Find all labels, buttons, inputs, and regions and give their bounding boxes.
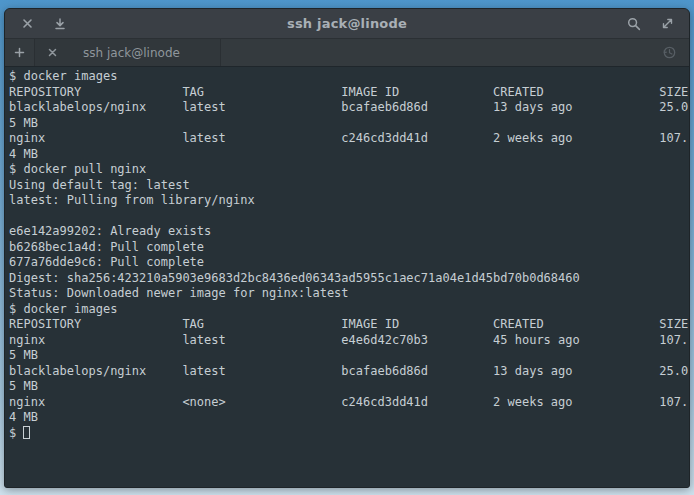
history-button[interactable] <box>651 39 687 66</box>
terminal-line <box>9 209 689 225</box>
search-button[interactable] <box>625 15 643 33</box>
tab-close-button[interactable] <box>41 39 63 66</box>
terminal-line: e6e142a99202: Already exists <box>9 224 689 240</box>
terminal-line: 4 MB <box>9 410 689 426</box>
terminal-line: $ docker pull nginx <box>9 162 689 178</box>
terminal-line: b6268bec1a4d: Pull complete <box>9 240 689 256</box>
terminal-line: latest: Pulling from library/nginx <box>9 193 689 209</box>
terminal-line: blacklabelops/nginx latest bcafaeb6d86d … <box>9 364 689 380</box>
terminal-line: blacklabelops/nginx latest bcafaeb6d86d … <box>9 100 689 116</box>
tab-title: ssh jack@linode <box>63 46 214 60</box>
expand-button[interactable] <box>658 15 676 33</box>
terminal-line: 677a76dde9c6: Pull complete <box>9 255 689 271</box>
tabbar: ssh jack@linode <box>5 39 689 67</box>
close-icon <box>48 48 57 57</box>
terminal-line: 5 MB <box>9 348 689 364</box>
terminal-line: Status: Downloaded newer image for nginx… <box>9 286 689 302</box>
plus-icon <box>14 47 25 58</box>
expand-icon <box>661 17 674 30</box>
terminal-line: REPOSITORY TAG IMAGE ID CREATED SIZE <box>9 85 689 101</box>
download-icon <box>54 18 66 30</box>
terminal-line: Using default tag: latest <box>9 178 689 194</box>
titlebar-left-icons <box>5 15 82 33</box>
tab-ssh-session[interactable]: ssh jack@linode <box>35 39 221 66</box>
new-tab-button[interactable] <box>5 39 35 66</box>
titlebar[interactable]: ssh jack@linode <box>5 9 689 39</box>
terminal-cursor <box>23 426 30 439</box>
terminal-line: $ docker images <box>9 302 689 318</box>
clock-history-icon <box>662 45 677 60</box>
search-icon <box>627 17 641 31</box>
terminal-output: $ docker imagesREPOSITORY TAG IMAGE ID C… <box>9 69 689 426</box>
terminal-screen[interactable]: $ docker imagesREPOSITORY TAG IMAGE ID C… <box>5 67 689 487</box>
close-icon <box>22 18 33 29</box>
terminal-line: $ docker images <box>9 69 689 85</box>
terminal-line: 4 MB <box>9 147 689 163</box>
tabbar-spacer <box>221 39 651 66</box>
window-title: ssh jack@linode <box>5 16 689 31</box>
terminal-line: 5 MB <box>9 116 689 132</box>
download-button[interactable] <box>51 15 69 33</box>
terminal-line: nginx latest c246cd3dd41d 2 weeks ago 10… <box>9 131 689 147</box>
terminal-line: Digest: sha256:423210a5903e9683d2bc8436e… <box>9 271 689 287</box>
titlebar-right-icons <box>612 15 689 33</box>
prompt-text: $ <box>9 426 23 440</box>
terminal-line: nginx latest e4e6d42c70b3 45 hours ago 1… <box>9 333 689 349</box>
terminal-window: ssh jack@linode ssh jack@linode <box>4 8 690 488</box>
window-close-button[interactable] <box>18 15 36 33</box>
terminal-line: nginx <none> c246cd3dd41d 2 weeks ago 10… <box>9 395 689 411</box>
prompt-line: $ <box>9 426 689 442</box>
terminal-line: 5 MB <box>9 379 689 395</box>
desktop-background: ssh jack@linode ssh jack@linode <box>0 0 694 495</box>
terminal-line: REPOSITORY TAG IMAGE ID CREATED SIZE <box>9 317 689 333</box>
